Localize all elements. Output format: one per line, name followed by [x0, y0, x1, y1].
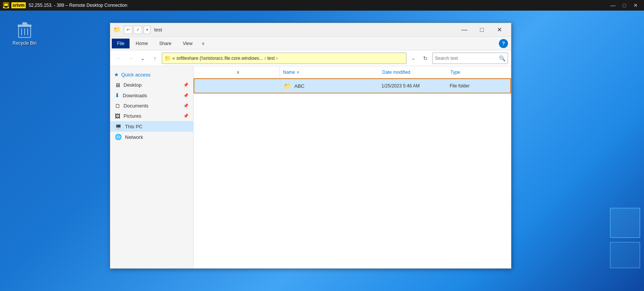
- file-date-cell: 1/25/2023 5:46 AM: [378, 83, 447, 89]
- collapse-button[interactable]: ∧: [233, 68, 243, 76]
- quick-access-label: Quick access: [121, 72, 150, 78]
- file-type-cell: File folder: [447, 83, 507, 89]
- up-button[interactable]: ↑: [150, 53, 160, 64]
- table-row[interactable]: 📁 ABC 1/25/2023 5:46 AM File folder: [194, 78, 511, 93]
- desktop: srivm 52.255.153. - 389 – Remote Desktop…: [0, 0, 644, 291]
- rdp-minimize-btn[interactable]: —: [608, 2, 618, 9]
- sidebar: ★ Quick access 🖥 Desktop 📌 ⬇ Downloads 📌…: [110, 66, 194, 268]
- recycle-bin[interactable]: Recycle Bin: [11, 21, 38, 46]
- file-name-label: ABC: [294, 83, 305, 89]
- rdp-vm-name: srivm: [11, 2, 26, 8]
- close-button[interactable]: ✕: [491, 24, 508, 36]
- sort-arrow-icon: ∧: [297, 70, 299, 74]
- rdp-icon: [3, 2, 9, 8]
- quick-access-star-icon: ★: [114, 72, 119, 78]
- path-crumb-share: «: [172, 56, 175, 61]
- column-type-header[interactable]: Type: [447, 70, 508, 75]
- back-button[interactable]: ←: [113, 53, 124, 64]
- svg-rect-2: [5, 7, 8, 8]
- network-icon: 🌐: [115, 134, 122, 140]
- address-path[interactable]: 📁 « srifileshare (\\sristoracc.file.core…: [162, 53, 406, 64]
- sidebar-item-documents[interactable]: 🗋 Documents 📌: [110, 101, 193, 111]
- rdp-window-controls: — □ ✕: [608, 2, 641, 9]
- ribbon-tab-file[interactable]: File: [112, 39, 130, 48]
- window-controls: — □ ✕: [456, 24, 508, 36]
- sidebar-collapse-area: ∧: [197, 66, 280, 78]
- path-folder-icon: 📁: [164, 55, 171, 61]
- explorer-window: 📁 ↩ ✓ ▾ test — □ ✕ File Home Share View …: [110, 23, 511, 269]
- rdp-ip: 52.255.153.: [28, 3, 52, 8]
- search-box: 🔍: [432, 53, 508, 64]
- sidebar-downloads-label: Downloads: [123, 93, 147, 98]
- path-share-name: srifileshare (\\sristoracc.file.core.win…: [177, 56, 263, 61]
- rdp-app-name: Remote Desktop Connection: [69, 3, 127, 8]
- undo-button[interactable]: ↩: [124, 26, 132, 34]
- documents-pin-icon: 📌: [183, 103, 189, 108]
- file-name-cell: 📁 ABC: [281, 82, 378, 90]
- col-type-label: Type: [450, 70, 460, 75]
- downloads-icon: ⬇: [115, 92, 120, 99]
- search-icon[interactable]: 🔍: [499, 55, 505, 61]
- desktop-icon: 🖥: [115, 82, 120, 88]
- ribbon-tab-home[interactable]: Home: [130, 39, 153, 48]
- sidebar-this-pc-label: This PC: [125, 124, 142, 129]
- svg-rect-0: [4, 3, 8, 6]
- address-bar: ← → ⌄ ↑ 📁 « srifileshare (\\sristoracc.f…: [110, 50, 511, 66]
- desktop-pin-icon: 📌: [183, 82, 189, 87]
- sidebar-item-desktop[interactable]: 🖥 Desktop 📌: [110, 80, 193, 90]
- ribbon-expand-button[interactable]: ∨: [199, 39, 208, 48]
- win-logo-bottom: [610, 242, 640, 268]
- sidebar-documents-label: Documents: [123, 103, 148, 109]
- rdp-app-sep: –: [66, 3, 69, 8]
- address-dropdown-button[interactable]: ⌄: [408, 53, 419, 64]
- path-test-folder: test: [267, 56, 275, 61]
- folder-item-icon: 📁: [284, 82, 291, 90]
- ribbon: File Home Share View ∨ ?: [110, 37, 511, 50]
- win-logo-top: [610, 208, 640, 238]
- help-button[interactable]: ?: [499, 39, 508, 48]
- rdp-maximize-btn[interactable]: □: [619, 2, 630, 9]
- file-list-header: ∧ Name ∧ Date modified Type: [194, 66, 511, 78]
- sidebar-desktop-label: Desktop: [123, 82, 142, 88]
- sidebar-item-network[interactable]: 🌐 Network: [110, 132, 193, 142]
- minimize-button[interactable]: —: [456, 24, 473, 36]
- sidebar-item-pictures[interactable]: 🖼 Pictures 📌: [110, 111, 193, 121]
- documents-icon: 🗋: [115, 103, 120, 109]
- sidebar-pictures-label: Pictures: [123, 113, 141, 119]
- path-separator-1: ›: [264, 56, 266, 61]
- rdp-port: 389: [56, 3, 64, 8]
- this-pc-icon: 💻: [115, 123, 122, 130]
- file-list: ∧ Name ∧ Date modified Type: [194, 66, 511, 268]
- rdp-close-btn[interactable]: ✕: [630, 2, 641, 9]
- svg-rect-1: [5, 6, 7, 7]
- file-list-body: 📁 ABC 1/25/2023 5:46 AM File folder: [194, 78, 511, 268]
- main-content: ★ Quick access 🖥 Desktop 📌 ⬇ Downloads 📌…: [110, 66, 511, 268]
- ribbon-tab-share[interactable]: Share: [154, 39, 177, 48]
- qat-dropdown[interactable]: ▾: [144, 26, 150, 34]
- pictures-pin-icon: 📌: [183, 114, 189, 118]
- refresh-button[interactable]: ↻: [420, 53, 431, 64]
- sidebar-item-downloads[interactable]: ⬇ Downloads 📌: [110, 90, 193, 101]
- column-date-header[interactable]: Date modified: [379, 70, 447, 75]
- folder-icon: 📁: [113, 26, 121, 33]
- row-sidebar-space: [197, 79, 281, 93]
- dropdown-recent-button[interactable]: ⌄: [138, 53, 148, 64]
- window-titlebar: 📁 ↩ ✓ ▾ test — □ ✕: [110, 23, 511, 37]
- win-logo-decoration: [595, 208, 640, 268]
- column-name-header[interactable]: Name ∧: [280, 70, 379, 75]
- col-date-label: Date modified: [382, 70, 410, 75]
- search-input[interactable]: [435, 56, 497, 61]
- maximize-button[interactable]: □: [473, 24, 491, 36]
- sidebar-item-this-pc[interactable]: 💻 This PC: [110, 121, 193, 132]
- ribbon-tab-view[interactable]: View: [177, 39, 198, 48]
- recycle-bin-label: Recycle Bin: [13, 40, 36, 46]
- path-separator-2: ›: [276, 56, 278, 61]
- sidebar-network-label: Network: [125, 134, 143, 140]
- quick-access-header[interactable]: ★ Quick access: [110, 69, 193, 80]
- check-button[interactable]: ✓: [134, 26, 142, 34]
- rdp-titlebar: srivm 52.255.153. - 389 – Remote Desktop…: [0, 0, 644, 11]
- svg-rect-4: [18, 25, 31, 27]
- col-name-label: Name: [283, 70, 295, 75]
- pictures-icon: 🖼: [115, 113, 120, 119]
- forward-button[interactable]: →: [125, 53, 136, 64]
